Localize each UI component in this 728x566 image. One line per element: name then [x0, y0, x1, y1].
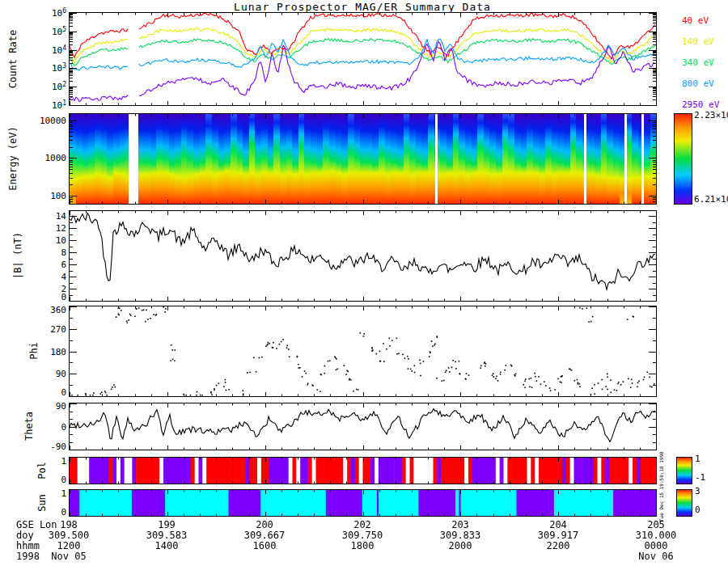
time-axis-value-gse_lon: 204	[549, 519, 567, 530]
time-axis-value-doy: 309.833	[440, 530, 481, 541]
axis-row-label-gse-lon: GSE Lon	[16, 519, 57, 530]
tick-label: 8	[61, 247, 66, 258]
tick-label: 2	[61, 284, 66, 294]
plot-timestamp: Tue Dec 15 19:50:18 1998	[658, 447, 664, 522]
tick-label: 0	[61, 387, 66, 398]
b-field-canvas	[70, 211, 656, 301]
axis-row-label-doy: doy	[16, 530, 34, 541]
legend-item-40ev: 40 eV	[682, 15, 709, 26]
time-axis-value-gse_lon: 205	[647, 519, 665, 530]
time-axis-value-date: Nov 06	[638, 551, 673, 562]
sun-colorbar-max-label: 3	[695, 486, 700, 496]
spectrogram-colorbar-gradient	[675, 114, 692, 204]
time-axis-value-hhmm: 1200	[57, 540, 81, 551]
sun-panel	[69, 489, 657, 517]
legend-item-140ev: 140 eV	[682, 36, 714, 47]
pol-panel	[69, 457, 657, 484]
count-rate-canvas	[70, 13, 656, 105]
time-axis-value-doy: 309.500	[49, 530, 90, 541]
axis-row-label-hhmm: hhmm	[16, 540, 40, 551]
sun-colorbar	[676, 489, 692, 517]
time-axis-value-hhmm: 0000	[645, 540, 668, 551]
tick-label: 270	[50, 323, 66, 334]
tick-label: 6	[61, 260, 66, 270]
tick-label: 0	[61, 475, 66, 485]
tick-label: 1000	[45, 153, 67, 163]
time-axis-value-gse_lon: 198	[60, 519, 78, 530]
time-axis-value-doy: 309.917	[538, 530, 579, 541]
phi-canvas	[70, 306, 656, 396]
time-axis-value-hhmm: 1800	[351, 540, 375, 551]
time-axis-value-hhmm: 2000	[449, 540, 472, 551]
sun-colorbar-gradient	[677, 490, 692, 516]
theta-canvas	[70, 403, 656, 450]
tick-label: 106	[52, 7, 66, 19]
ylabel-count-rate: Count Rate	[7, 30, 19, 88]
tick-label: 10000	[40, 116, 66, 126]
ylabel-theta: Theta	[23, 412, 35, 441]
phi-panel	[69, 306, 657, 397]
tick-label: 101	[52, 99, 66, 112]
tick-label: 104	[52, 44, 66, 56]
theta-panel	[69, 403, 657, 450]
ylabel-pol: Pol	[36, 462, 48, 479]
time-axis-value-doy: 310.000	[636, 530, 677, 541]
time-axis-value-doy: 309.750	[342, 530, 383, 541]
tick-label: -90	[50, 441, 66, 452]
time-axis-value-gse_lon: 200	[256, 519, 273, 530]
tick-label: 100	[50, 190, 66, 201]
tick-label: 1	[61, 488, 66, 499]
time-axis-value-hhmm: 1600	[253, 540, 277, 551]
pol-colorbar-min-label: -1	[695, 472, 705, 483]
time-axis-value-gse_lon: 199	[158, 519, 176, 530]
axis-row-label-year: 1998	[16, 551, 40, 562]
figure-title: Lunar Prospector MAG/ER Summary Data	[69, 1, 656, 13]
tick-label: 105	[52, 25, 66, 37]
tick-label: 10	[56, 235, 66, 246]
time-axis-value-gse_lon: 203	[451, 519, 469, 530]
sun-canvas	[70, 490, 656, 516]
ylabel-energy: Energy (eV)	[7, 126, 19, 190]
colorbar-max-label: 2.23×106	[694, 108, 728, 120]
time-axis-value-hhmm: 2200	[547, 540, 570, 551]
tick-label: 102	[52, 81, 66, 93]
b-field-panel	[69, 210, 657, 302]
pol-colorbar	[676, 457, 692, 484]
tick-label: 1	[61, 456, 66, 467]
tick-label: 360	[50, 305, 66, 315]
ylabel-b-field: |B| (nT)	[12, 232, 23, 279]
spectrogram-panel	[69, 113, 657, 205]
tick-label: 0	[61, 507, 66, 517]
energy-legend: 40 eV 140 eV 340 eV 800 eV 2950 eV	[682, 12, 728, 109]
tick-label: 0	[61, 421, 66, 432]
tick-label: 103	[52, 62, 66, 74]
tick-label: 12	[56, 223, 66, 234]
spectrogram-canvas	[70, 114, 656, 204]
time-axis-value-doy: 309.583	[146, 530, 188, 541]
time-axis: GSE Lon doy hhmm 1998 198309.5001200Nov …	[0, 517, 728, 566]
ylabel-sun: Sun	[36, 494, 48, 512]
count-rate-panel	[69, 12, 657, 106]
sun-colorbar-min-label: 0	[695, 505, 700, 515]
spectrogram-colorbar	[674, 113, 692, 205]
tick-label: 14	[56, 211, 66, 222]
legend-item-800ev: 800 eV	[682, 78, 714, 89]
time-axis-value-doy: 309.667	[244, 530, 286, 541]
tick-label: 90	[56, 369, 66, 379]
pol-colorbar-gradient	[677, 458, 692, 484]
pol-canvas	[70, 458, 656, 484]
colorbar-min-label: 6.21×100	[694, 192, 728, 205]
figure: Lunar Prospector MAG/ER Summary Data Cou…	[0, 0, 728, 566]
time-axis-value-gse_lon: 202	[353, 519, 371, 530]
time-axis-value-hhmm: 1400	[155, 540, 179, 551]
time-axis-value-date: Nov 05	[51, 551, 86, 562]
legend-item-340ev: 340 eV	[682, 57, 714, 68]
tick-label: 90	[56, 401, 66, 412]
tick-label: 180	[50, 346, 66, 357]
pol-colorbar-max-label: 1	[695, 454, 700, 464]
ylabel-phi: Phi	[28, 342, 40, 360]
tick-label: 4	[61, 272, 66, 282]
